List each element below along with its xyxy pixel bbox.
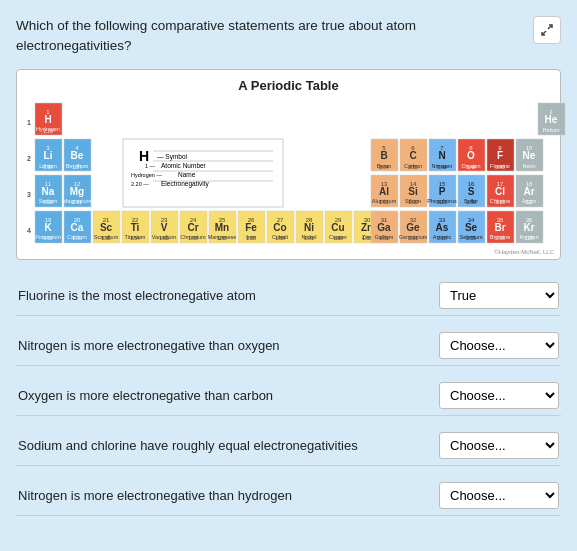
svg-text:Ti: Ti <box>131 222 140 233</box>
svg-text:2.96: 2.96 <box>495 235 505 241</box>
svg-text:3.98: 3.98 <box>495 164 505 170</box>
question-label-5: Nitrogen is more electronegative than hy… <box>18 488 292 503</box>
question-select-5[interactable]: Choose...TrueFalse <box>439 482 559 509</box>
svg-text:1.36: 1.36 <box>101 235 111 241</box>
svg-text:3.00: 3.00 <box>524 235 534 241</box>
svg-text:1.31: 1.31 <box>72 199 82 205</box>
copyright: ©Hayden-McNeil, LLC <box>23 249 554 255</box>
svg-text:Se: Se <box>465 222 478 233</box>
svg-text:1.90: 1.90 <box>333 235 343 241</box>
svg-text:1.66: 1.66 <box>188 235 198 241</box>
question-text: Which of the following comparative state… <box>16 16 496 57</box>
svg-text:C: C <box>409 150 416 161</box>
svg-text:As: As <box>436 222 449 233</box>
svg-text:Ar: Ar <box>523 186 534 197</box>
question-header: Which of the following comparative state… <box>16 16 561 57</box>
svg-text:Fe: Fe <box>245 222 257 233</box>
svg-text:2.55: 2.55 <box>466 235 476 241</box>
svg-text:Name: Name <box>178 171 196 178</box>
svg-text:O: O <box>467 150 475 161</box>
svg-text:1 —: 1 — <box>145 163 156 169</box>
svg-text:2.18: 2.18 <box>437 235 447 241</box>
svg-text:1.54: 1.54 <box>130 235 140 241</box>
svg-text:V: V <box>161 222 168 233</box>
question-label-4: Sodium and chlorine have roughly equal e… <box>18 438 358 453</box>
periodic-table: A Periodic Table 1 2 3 4 1 H Hydrogen 2.… <box>16 69 561 260</box>
svg-text:1.65: 1.65 <box>362 235 372 241</box>
svg-text:H: H <box>44 114 51 125</box>
svg-text:1: 1 <box>27 119 31 126</box>
svg-text:— Symbol: — Symbol <box>157 153 188 161</box>
svg-text:1.00: 1.00 <box>72 235 82 241</box>
questions-area: Fluorine is the most electronegative ato… <box>16 276 561 516</box>
question-label-2: Nitrogen is more electronegative than ox… <box>18 338 280 353</box>
svg-text:Cu: Cu <box>331 222 344 233</box>
question-label-3: Oxygen is more electronegative than carb… <box>18 388 273 403</box>
svg-text:Mn: Mn <box>215 222 229 233</box>
svg-text:Atomic Number: Atomic Number <box>161 162 207 169</box>
question-row-3: Oxygen is more electronegative than carb… <box>16 376 561 416</box>
svg-text:1.55: 1.55 <box>217 235 227 241</box>
svg-text:Neon: Neon <box>522 163 535 169</box>
svg-text:2.58: 2.58 <box>466 199 476 205</box>
svg-text:1.91: 1.91 <box>304 235 314 241</box>
svg-text:Kr: Kr <box>523 222 534 233</box>
svg-text:Electronegativity: Electronegativity <box>161 180 209 188</box>
svg-text:F: F <box>497 150 503 161</box>
svg-text:2: 2 <box>27 155 31 162</box>
svg-text:2.55: 2.55 <box>408 164 418 170</box>
svg-text:Cr: Cr <box>187 222 198 233</box>
question-select-2[interactable]: Choose...TrueFalse <box>439 332 559 359</box>
question-select-1[interactable]: TrueFalse <box>439 282 559 309</box>
svg-text:0.93: 0.93 <box>43 199 53 205</box>
svg-text:1.88: 1.88 <box>275 235 285 241</box>
svg-text:1.81: 1.81 <box>379 235 389 241</box>
periodic-table-svg: 1 2 3 4 1 H Hydrogen 2.20 2 He Helium 3 … <box>23 99 566 244</box>
svg-text:B: B <box>380 150 387 161</box>
question-row-1: Fluorine is the most electronegative ato… <box>16 276 561 316</box>
svg-text:Si: Si <box>408 186 418 197</box>
svg-text:Ca: Ca <box>71 222 84 233</box>
svg-text:Al: Al <box>379 186 389 197</box>
question-label-1: Fluorine is the most electronegative ato… <box>18 288 256 303</box>
svg-text:Mg: Mg <box>70 186 84 197</box>
svg-text:1.57: 1.57 <box>72 164 82 170</box>
svg-text:Sc: Sc <box>100 222 113 233</box>
svg-text:Ga: Ga <box>377 222 391 233</box>
svg-text:3.2: 3.2 <box>526 199 533 205</box>
svg-text:S: S <box>468 186 475 197</box>
svg-text:Cl: Cl <box>495 186 505 197</box>
svg-text:3.16: 3.16 <box>495 199 505 205</box>
question-select-3[interactable]: Choose...TrueFalse <box>439 382 559 409</box>
svg-text:2.04: 2.04 <box>379 164 389 170</box>
svg-text:K: K <box>44 222 52 233</box>
question-row-4: Sodium and chlorine have roughly equal e… <box>16 426 561 466</box>
svg-text:Br: Br <box>494 222 505 233</box>
svg-text:1.63: 1.63 <box>159 235 169 241</box>
svg-text:N: N <box>438 150 445 161</box>
svg-text:H: H <box>139 148 149 164</box>
question-row-2: Nitrogen is more electronegative than ox… <box>16 326 561 366</box>
svg-text:Ni: Ni <box>304 222 314 233</box>
svg-text:2.20: 2.20 <box>43 128 53 134</box>
svg-text:0.82: 0.82 <box>43 235 53 241</box>
svg-text:2.01: 2.01 <box>408 235 418 241</box>
svg-text:1.90: 1.90 <box>408 199 418 205</box>
question-select-4[interactable]: Choose...TrueFalse <box>439 432 559 459</box>
svg-text:Helium: Helium <box>542 127 560 133</box>
svg-text:Na: Na <box>42 186 55 197</box>
expand-button[interactable] <box>533 16 561 44</box>
svg-text:Ne: Ne <box>523 150 536 161</box>
svg-text:0.98: 0.98 <box>43 164 53 170</box>
svg-text:1.83: 1.83 <box>246 235 256 241</box>
svg-text:He: He <box>545 114 558 125</box>
svg-text:2.20 —: 2.20 — <box>131 181 149 187</box>
table-title: A Periodic Table <box>23 78 554 93</box>
question-row-5: Nitrogen is more electronegative than hy… <box>16 476 561 516</box>
svg-text:Hydrogen —: Hydrogen — <box>131 172 162 178</box>
svg-text:Be: Be <box>71 150 84 161</box>
svg-text:Ge: Ge <box>406 222 420 233</box>
svg-text:2.19: 2.19 <box>437 199 447 205</box>
svg-text:Li: Li <box>44 150 53 161</box>
svg-text:3.44: 3.44 <box>466 164 476 170</box>
